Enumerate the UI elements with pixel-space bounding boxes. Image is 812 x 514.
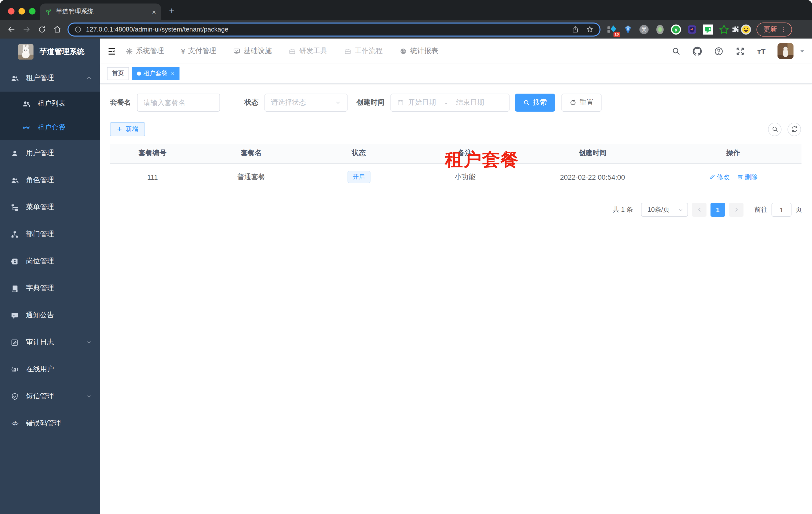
header-actions: тT bbox=[672, 43, 805, 59]
sidebar-item-label: 租户套餐 bbox=[37, 123, 92, 132]
browser-tab[interactable]: 芋道管理系统 × bbox=[40, 3, 161, 20]
top-nav-item-5[interactable]: 统计报表 bbox=[400, 47, 438, 56]
browser-toolbar: 127.0.0.1:48080/admin-ui/system/tenant/p… bbox=[0, 20, 812, 38]
star-green-extension-icon[interactable] bbox=[719, 24, 729, 35]
top-nav-label: 工作流程 bbox=[355, 47, 383, 56]
top-nav-item-4[interactable]: 工作流程 bbox=[344, 47, 383, 56]
sidebar-item-部门管理[interactable]: 部门管理 bbox=[0, 221, 100, 248]
sidebar-item-租户套餐[interactable]: 租户套餐 bbox=[0, 116, 100, 140]
package-name-input[interactable] bbox=[144, 99, 213, 107]
menu-dots-icon: ⋮ bbox=[781, 26, 787, 33]
share-icon[interactable] bbox=[572, 26, 579, 33]
grid-diamond-extension-icon[interactable]: 10 bbox=[607, 24, 617, 35]
chevron-down bbox=[86, 339, 92, 345]
search-icon[interactable] bbox=[672, 47, 681, 56]
修改-link[interactable]: 修改 bbox=[709, 172, 730, 182]
refresh-table-icon[interactable] bbox=[787, 123, 801, 136]
chevron-down-icon[interactable] bbox=[800, 48, 805, 54]
rabbit-logo bbox=[18, 44, 33, 59]
table-tools bbox=[768, 123, 801, 136]
user-avatar[interactable] bbox=[778, 43, 793, 59]
reset-button[interactable]: 重置 bbox=[561, 93, 602, 112]
sidebar-item-短信管理[interactable]: 短信管理 bbox=[0, 383, 100, 410]
sidebar-item-通知公告[interactable]: 通知公告 bbox=[0, 302, 100, 329]
search-button[interactable]: 搜索 bbox=[515, 93, 555, 112]
collapse-sidebar-icon[interactable] bbox=[107, 46, 116, 56]
sidebar-item-label: 在线用户 bbox=[26, 365, 92, 374]
sidebar-item-用户管理[interactable]: 用户管理 bbox=[0, 140, 100, 167]
sidebar-item-label: 短信管理 bbox=[26, 392, 79, 401]
add-button[interactable]: 新增 bbox=[110, 122, 145, 136]
cell-id: 111 bbox=[110, 163, 195, 191]
top-nav-label: 支付管理 bbox=[188, 47, 216, 56]
删除-link[interactable]: 删除 bbox=[737, 172, 758, 182]
page-content: 套餐名 状态 请选择状态 创建时间 bbox=[100, 84, 812, 514]
user-icon bbox=[10, 149, 19, 157]
github-icon[interactable] bbox=[693, 46, 702, 56]
zoom-window-button[interactable] bbox=[29, 8, 35, 15]
sidebar-item-租户管理[interactable]: 租户管理 bbox=[0, 64, 100, 91]
shield-purple-extension-icon[interactable] bbox=[687, 24, 697, 35]
total-count: 共 1 条 bbox=[613, 205, 633, 214]
app-logo-row[interactable]: 芋道管理系统 bbox=[0, 38, 100, 64]
top-nav-label: 统计报表 bbox=[410, 47, 438, 56]
address-bar[interactable]: 127.0.0.1:48080/admin-ui/system/tenant/p… bbox=[67, 22, 601, 36]
gem-extension-icon[interactable] bbox=[622, 24, 634, 35]
close-window-button[interactable] bbox=[8, 8, 14, 15]
sidebar-item-字典管理[interactable]: 字典管理 bbox=[0, 275, 100, 302]
extensions-row: 10⌘y bbox=[607, 24, 729, 35]
command-extension-icon[interactable]: ⌘ bbox=[638, 24, 649, 35]
add-button-label: 新增 bbox=[125, 125, 139, 134]
status-select[interactable]: 请选择状态 bbox=[264, 93, 348, 112]
show-search-icon[interactable] bbox=[768, 123, 782, 136]
y-circle-extension-icon[interactable]: y bbox=[670, 24, 682, 35]
font-size-icon[interactable]: тT bbox=[757, 47, 765, 55]
top-nav-item-2[interactable]: 基础设施 bbox=[233, 47, 272, 56]
reset-button-label: 重置 bbox=[580, 98, 593, 107]
sidebar-item-审计日志[interactable]: 审计日志 bbox=[0, 329, 100, 356]
bookmark-star-icon[interactable] bbox=[586, 26, 593, 33]
minimize-window-button[interactable] bbox=[19, 8, 25, 15]
sidebar-item-label: 通知公告 bbox=[26, 311, 92, 320]
home-icon[interactable] bbox=[53, 25, 61, 33]
sidebar-item-在线用户[interactable]: 在线用户 bbox=[0, 356, 100, 383]
site-info-icon[interactable] bbox=[75, 26, 82, 33]
goto-page-input[interactable] bbox=[772, 203, 791, 217]
tab-close-icon[interactable]: × bbox=[152, 8, 156, 16]
chrome-update-menu-button[interactable]: 更新 ⋮ bbox=[756, 22, 792, 36]
tag-首页[interactable]: 首页 bbox=[107, 67, 129, 80]
tag-close-icon[interactable]: × bbox=[171, 70, 174, 77]
top-nav-item-0[interactable]: 系统管理 bbox=[125, 47, 164, 56]
help-icon[interactable] bbox=[714, 46, 724, 56]
briefcase-icon bbox=[289, 47, 296, 55]
new-tab-button[interactable]: + bbox=[169, 6, 174, 16]
forward-icon[interactable] bbox=[23, 25, 31, 33]
sidebar-item-菜单管理[interactable]: 菜单管理 bbox=[0, 194, 100, 221]
puzzle-extensions-icon[interactable] bbox=[729, 24, 741, 35]
fullscreen-icon[interactable] bbox=[736, 46, 745, 56]
prev-page-button[interactable] bbox=[692, 203, 706, 217]
sidebar-item-租户列表[interactable]: 租户列表 bbox=[0, 91, 100, 116]
reload-icon[interactable] bbox=[38, 25, 46, 33]
page-number-button[interactable]: 1 bbox=[710, 203, 725, 217]
page-unit-label: 页 bbox=[795, 205, 802, 214]
profile-avatar-smiley[interactable] bbox=[741, 24, 752, 35]
tag-租户套餐[interactable]: 租户套餐× bbox=[132, 67, 179, 80]
chat-green-extension-icon[interactable] bbox=[702, 24, 714, 35]
sidebar-item-错误码管理[interactable]: </>错误码管理 bbox=[0, 410, 100, 437]
record-extension-icon[interactable] bbox=[655, 24, 666, 35]
pen-icon bbox=[709, 174, 715, 180]
window-controls bbox=[8, 8, 35, 15]
top-nav-item-3[interactable]: 研发工具 bbox=[289, 47, 327, 56]
app-header: 系统管理¥支付管理基础设施研发工具工作流程统计报表 тT bbox=[100, 38, 812, 63]
sidebar-item-角色管理[interactable]: 角色管理 bbox=[0, 167, 100, 194]
date-range-picker[interactable]: 开始日期 - 结束日期 bbox=[390, 93, 510, 112]
users-icon bbox=[10, 74, 19, 82]
next-page-button[interactable] bbox=[729, 203, 744, 217]
sidebar-item-label: 角色管理 bbox=[26, 176, 92, 185]
top-nav-item-1[interactable]: ¥支付管理 bbox=[181, 47, 216, 56]
screen: 芋道管理系统 × + 127.0.0.1:48080/admin-ui/syst… bbox=[0, 0, 812, 514]
sidebar-item-岗位管理[interactable]: 岗位管理 bbox=[0, 248, 100, 275]
back-icon[interactable] bbox=[7, 25, 16, 33]
page-size-select[interactable]: 10条/页 bbox=[641, 203, 688, 217]
